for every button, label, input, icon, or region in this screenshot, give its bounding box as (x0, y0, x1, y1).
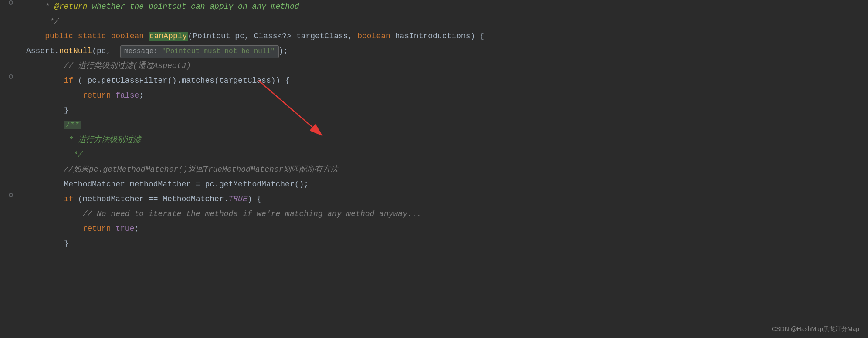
code-text: } (22, 237, 868, 250)
gutter (0, 74, 22, 79)
code-text: /** (22, 119, 868, 132)
code-text: */ (22, 15, 868, 28)
code-line: Assert.notNull(pc, message: "Pointcut mu… (0, 44, 868, 59)
gutter (0, 0, 22, 5)
code-text: * @return whether the pointcut can apply… (22, 0, 868, 13)
code-line: // No need to iterate the methods if we'… (0, 207, 868, 222)
code-text: return false; (22, 89, 868, 102)
code-text: // No need to iterate the methods if we'… (22, 208, 868, 220)
code-editor: * @return whether the pointcut can apply… (0, 0, 868, 252)
code-line: } (0, 104, 868, 118)
watermark-text: CSDN @HashMap黑龙江分Map (772, 324, 859, 334)
code-line: if (!pc.getClassFilter().matches(targetC… (0, 74, 868, 89)
code-line: return false; (0, 89, 868, 104)
code-line: return true; (0, 222, 868, 237)
code-text: // 进行类级别过滤(通过AspectJ) (22, 60, 868, 72)
code-text: * 进行方法级别过滤 (22, 134, 868, 146)
code-line: // 进行类级别过滤(通过AspectJ) (0, 59, 868, 74)
gutter-indicator (9, 74, 13, 79)
code-text: if (methodMatcher == MethodMatcher.TRUE)… (22, 193, 868, 206)
code-line: } (0, 237, 868, 252)
code-line: /** (0, 118, 868, 133)
code-text: MethodMatcher methodMatcher = pc.getMeth… (22, 178, 868, 191)
code-text: */ (22, 149, 868, 161)
code-line: public static boolean canApply(Pointcut … (0, 30, 868, 44)
code-text: //如果pc.getMethodMatcher()返回TrueMethodMat… (22, 163, 868, 176)
gutter-indicator (9, 193, 13, 197)
code-line: * 进行方法级别过滤 (0, 133, 868, 148)
gutter (0, 193, 22, 197)
code-text: public static boolean canApply(Pointcut … (22, 30, 868, 43)
code-line: */ (0, 148, 868, 163)
code-line: if (methodMatcher == MethodMatcher.TRUE)… (0, 193, 868, 207)
code-line: * @return whether the pointcut can apply… (0, 0, 868, 15)
code-text: Assert.notNull(pc, message: "Pointcut mu… (22, 45, 868, 58)
code-line: //如果pc.getMethodMatcher()返回TrueMethodMat… (0, 163, 868, 178)
gutter-indicator (9, 0, 13, 5)
code-line: */ (0, 15, 868, 30)
code-text: } (22, 104, 868, 117)
code-line: MethodMatcher methodMatcher = pc.getMeth… (0, 178, 868, 193)
code-text: if (!pc.getClassFilter().matches(targetC… (22, 74, 868, 87)
code-text: return true; (22, 223, 868, 235)
